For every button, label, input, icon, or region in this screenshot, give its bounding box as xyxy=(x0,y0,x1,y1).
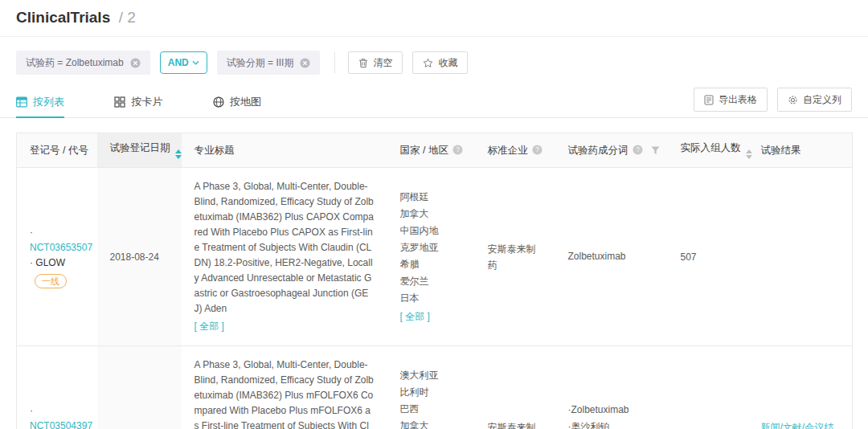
star-icon xyxy=(423,58,433,68)
registry-link[interactable]: NCT03504397 xyxy=(30,420,92,429)
cell-sponsor: 安斯泰来制药 xyxy=(475,168,555,346)
col-header-date[interactable]: 试验登记日期 xyxy=(97,133,182,168)
tab-list-label: 按列表 xyxy=(33,95,64,109)
drug-list: ·Zolbetuximab·奥沙利铂·亚叶酸·氟尿嘧啶 xyxy=(568,402,655,429)
customize-columns-button[interactable]: 自定义列 xyxy=(777,88,852,112)
page-header: ClinicalTrials / 2 xyxy=(0,0,868,36)
country-list: 阿根廷加拿大中国内地克罗地亚希腊爱尔兰日本 xyxy=(400,189,462,307)
col-header-country: 国家 / 地区? xyxy=(387,133,475,168)
countries-more-link[interactable]: [ 全部 ] xyxy=(400,308,430,325)
cell-title: A Phase 3, Global, Multi-Center, Double-… xyxy=(182,346,387,429)
filter-chip-drug[interactable]: 试验药 = Zolbetuximab xyxy=(16,51,150,75)
export-table-label: 导出表格 xyxy=(719,93,757,107)
page: ClinicalTrials / 2 试验药 = Zolbetuximab AN… xyxy=(0,0,868,429)
table-header-row: 登记号 / 代号 试验登记日期 专业标题 国家 / 地区? 标准企业? 试验药成… xyxy=(17,133,853,168)
gear-icon xyxy=(788,95,798,105)
cell-countries: 澳大利亚比利时巴西加拿大智利中国内地哥伦比亚 [ 全部 ] xyxy=(387,346,475,429)
tab-map-label: 按地图 xyxy=(230,95,261,109)
page-title: ClinicalTrials xyxy=(16,9,110,26)
cell-countries: 阿根廷加拿大中国内地克罗地亚希腊爱尔兰日本 [ 全部 ] xyxy=(387,168,475,346)
view-tabs: 按列表 按卡片 按地图 导出表格 自定义列 xyxy=(0,86,868,118)
col-header-registry: 登记号 / 代号 xyxy=(17,133,97,168)
results-link[interactable]: 新闻/文献/会议结果 xyxy=(761,422,834,429)
cell-date: 2018-08-24 xyxy=(97,168,182,346)
sort-icon[interactable] xyxy=(175,149,182,159)
filter-bar: 试验药 = Zolbetuximab AND 试验分期 = III期 清空 收藏 xyxy=(0,37,868,86)
registry-link-wrap: NCT03653507 xyxy=(30,225,84,255)
cell-enrollment: 507 xyxy=(668,168,748,346)
customize-columns-label: 自定义列 xyxy=(803,93,841,107)
col-header-drug: 试验药成分词? xyxy=(555,133,668,168)
country-list: 澳大利亚比利时巴西加拿大智利中国内地哥伦比亚 xyxy=(400,367,462,429)
close-circle-icon[interactable] xyxy=(300,58,310,68)
clear-filters-label: 清空 xyxy=(373,56,392,70)
sort-icon[interactable] xyxy=(746,149,752,159)
table-list-icon xyxy=(16,96,27,108)
cell-registry: NCT03653507 GLOW 一线 xyxy=(17,168,97,346)
cell-title: A Phase 3, Global, Multi-Center, Double-… xyxy=(182,168,387,346)
export-table-button[interactable]: 导出表格 xyxy=(694,88,768,112)
favorite-label: 收藏 xyxy=(438,56,457,70)
col-header-title: 专业标题 xyxy=(182,133,387,168)
cell-drugs: ·Zolbetuximab·奥沙利铂·亚叶酸·氟尿嘧啶 xyxy=(555,346,668,429)
cell-results: 新闻/文献/会议结果 xyxy=(748,346,853,429)
vertical-divider xyxy=(334,52,335,73)
tab-map-view[interactable]: 按地图 xyxy=(213,86,261,117)
line-of-therapy-badge: 一线 xyxy=(35,274,67,288)
cell-date: 2018-04-12 xyxy=(97,346,182,429)
cell-registry: NCT03504397 Spotlight 一线 xyxy=(17,346,97,429)
svg-text:?: ? xyxy=(535,145,539,153)
favorite-button[interactable]: 收藏 xyxy=(412,51,468,74)
tab-card-view[interactable]: 按卡片 xyxy=(114,86,162,117)
close-circle-icon[interactable] xyxy=(130,58,141,68)
cell-drugs: Zolbetuximab xyxy=(555,168,668,346)
trial-title-text: A Phase 3, Global, Multi-Center, Double-… xyxy=(194,179,375,317)
question-circle-icon[interactable]: ? xyxy=(452,145,463,155)
filter-funnel-icon[interactable] xyxy=(651,146,660,155)
trials-table: 登记号 / 代号 试验登记日期 专业标题 国家 / 地区? 标准企业? 试验药成… xyxy=(16,133,853,429)
question-circle-icon[interactable]: ? xyxy=(633,145,643,155)
col-header-results: 试验结果 xyxy=(748,133,853,168)
drug-list: Zolbetuximab xyxy=(568,248,655,265)
cell-sponsor: 安斯泰来制药 xyxy=(475,346,555,429)
trial-code: GLOW xyxy=(30,255,84,271)
filter-chip-phase[interactable]: 试验分期 = III期 xyxy=(217,51,321,75)
col-header-enrollment[interactable]: 实际入组人数 xyxy=(668,133,748,168)
cards-grid-icon xyxy=(114,96,125,108)
cell-enrollment: 566 xyxy=(668,346,748,429)
tab-list-view[interactable]: 按列表 xyxy=(16,86,64,117)
filter-chip-drug-label: 试验药 = Zolbetuximab xyxy=(26,56,124,70)
trash-icon xyxy=(358,58,368,68)
question-circle-icon[interactable]: ? xyxy=(532,145,542,155)
table-actions: 导出表格 自定义列 xyxy=(684,88,852,112)
filter-chip-phase-label: 试验分期 = III期 xyxy=(227,56,294,70)
registry-link[interactable]: NCT03653507 xyxy=(30,242,92,253)
globe-icon xyxy=(213,96,224,108)
svg-text:?: ? xyxy=(456,145,460,153)
export-file-icon xyxy=(704,95,714,105)
tab-card-label: 按卡片 xyxy=(131,95,162,109)
registry-link-wrap: NCT03504397 xyxy=(30,403,84,429)
table-row: NCT03504397 Spotlight 一线 2018-04-12 A Ph… xyxy=(17,346,853,429)
logic-operator-button[interactable]: AND xyxy=(160,51,207,74)
logic-operator-label: AND xyxy=(168,57,189,68)
clear-filters-button[interactable]: 清空 xyxy=(348,51,403,74)
result-count: / 2 xyxy=(119,9,136,26)
col-header-sponsor: 标准企业? xyxy=(475,133,555,168)
cell-results xyxy=(748,168,853,346)
chevron-down-icon xyxy=(192,60,199,65)
svg-text:?: ? xyxy=(636,145,640,153)
title-more-link[interactable]: [ 全部 ] xyxy=(194,318,224,334)
trial-title-text: A Phase 3, Global, Multi-Center, Double-… xyxy=(194,358,375,429)
table-row: NCT03653507 GLOW 一线 2018-08-24 A Phase 3… xyxy=(17,168,853,346)
